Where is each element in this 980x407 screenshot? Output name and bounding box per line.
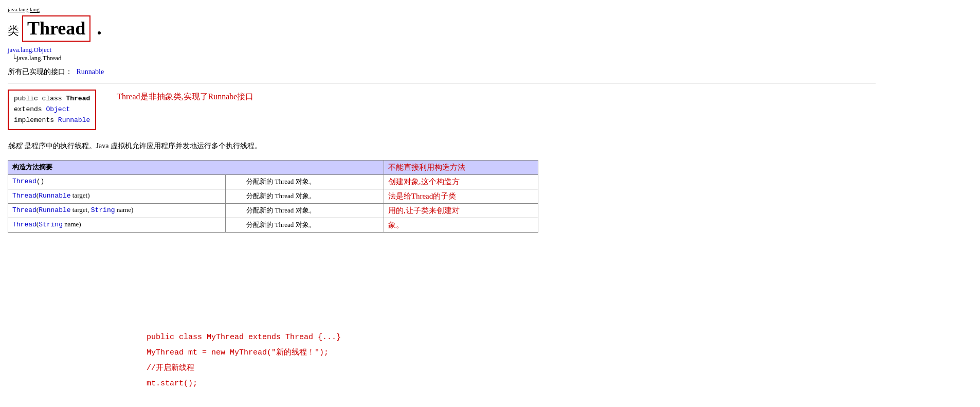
- code-line-1: public class MyThread extends Thread {..…: [147, 330, 341, 345]
- constructor-sig-2: Thread(Runnable target): [8, 189, 226, 203]
- package-underline: java.lang.lang: [8, 6, 40, 13]
- constructor-sig-3: Thread(Runnable target, String name): [8, 203, 226, 218]
- code-line-2: MyThread mt = new MyThread("新的线程！");: [147, 345, 341, 361]
- italic-term: 线程: [8, 142, 22, 150]
- constructor-sig-1: Thread(): [8, 174, 226, 189]
- class-label: 类: [8, 23, 19, 39]
- inheritance-tree: java.lang.Object └java.lang.Thread: [8, 46, 972, 62]
- declaration-row: public class Thread extends Object imple…: [8, 90, 972, 133]
- constructor-desc-2: 分配新的 Thread 对象。: [226, 189, 384, 203]
- parent-class-link[interactable]: java.lang.Object: [8, 46, 51, 54]
- package-header: java.lang.lang: [8, 5, 972, 13]
- string-param-link-2[interactable]: String: [39, 221, 63, 228]
- constructor-row-2: Thread(Runnable target) 分配新的 Thread 对象。 …: [8, 189, 538, 203]
- thread-constructor-link-2[interactable]: Thread: [12, 192, 37, 200]
- constructor-desc-3: 分配新的 Thread 对象。: [226, 203, 384, 218]
- thread-constructor-link-1[interactable]: Thread: [12, 178, 37, 185]
- constructor-annotation-cell: 不能直接利用构造方法: [384, 160, 538, 174]
- constructor-row-4: Thread(String name) 分配新的 Thread 对象。 象。: [8, 218, 538, 232]
- main-content: java.lang.lang 类 Thread java.lang.Object…: [8, 5, 972, 235]
- child-class-text: └java.lang.Thread: [12, 54, 62, 62]
- interfaces-section: 所有已实现的接口： Runnable: [8, 67, 972, 77]
- divider: [8, 83, 876, 83]
- class-name-box: Thread: [22, 15, 90, 42]
- description-text: 是程序中的执行线程。Java 虚拟机允许应用程序并发地运行多个执行线程。: [22, 142, 262, 150]
- thread-constructor-link-4[interactable]: Thread: [12, 221, 37, 228]
- constructor-annotation-5: 象。: [384, 218, 538, 232]
- constructor-row-3: Thread(Runnable target, String name) 分配新…: [8, 203, 538, 218]
- constructor-sig-4: Thread(String name): [8, 218, 226, 232]
- code-example-block: public class MyThread extends Thread {..…: [147, 330, 341, 392]
- decl-line2: extends Object: [14, 105, 70, 113]
- string-param-link[interactable]: String: [91, 206, 115, 214]
- constructor-annotation-4: 用的,让子类来创建对: [384, 203, 538, 218]
- dot-decoration: [98, 31, 101, 34]
- constructor-desc-1: 分配新的 Thread 对象。: [226, 174, 384, 189]
- constructor-annotation-2: 创建对象,这个构造方: [384, 174, 538, 189]
- class-declaration-box: public class Thread extends Object imple…: [8, 90, 96, 130]
- runnable-link[interactable]: Runnable: [58, 116, 90, 124]
- code-line-3: //开启新线程: [147, 361, 341, 376]
- page-header: 类 Thread: [8, 15, 972, 42]
- decl-line1: public class Thread: [14, 95, 90, 102]
- runnable-param-link[interactable]: Runnable: [39, 192, 70, 200]
- object-link[interactable]: Object: [46, 105, 70, 113]
- decl-line3: implements Runnable: [14, 116, 90, 124]
- interfaces-label: 所有已实现的接口：: [8, 68, 72, 76]
- constructor-annotation-3: 法是给Thread的子类: [384, 189, 538, 203]
- code-line-4: mt.start();: [147, 376, 341, 392]
- constructor-row-1: Thread() 分配新的 Thread 对象。 创建对象,这个构造方: [8, 174, 538, 189]
- class-description: 线程 是程序中的执行线程。Java 虚拟机允许应用程序并发地运行多个执行线程。: [8, 140, 972, 152]
- constructor-table-header-row: 构造方法摘要 不能直接利用构造方法: [8, 160, 538, 174]
- constructor-table: 构造方法摘要 不能直接利用构造方法 Thread() 分配新的 Thread 对…: [8, 160, 538, 233]
- constructor-desc-4: 分配新的 Thread 对象。: [226, 218, 384, 232]
- thread-constructor-link-3[interactable]: Thread: [12, 206, 37, 214]
- constructor-header-cell: 构造方法摘要: [8, 160, 384, 174]
- constructor-section: 构造方法摘要 不能直接利用构造方法 Thread() 分配新的 Thread 对…: [8, 160, 972, 233]
- declaration-annotation: Thread是非抽象类,实现了Runnabe接口: [117, 92, 253, 102]
- runnable-param-link-2[interactable]: Runnable: [39, 206, 70, 214]
- runnable-interface-link[interactable]: Runnable: [77, 68, 104, 76]
